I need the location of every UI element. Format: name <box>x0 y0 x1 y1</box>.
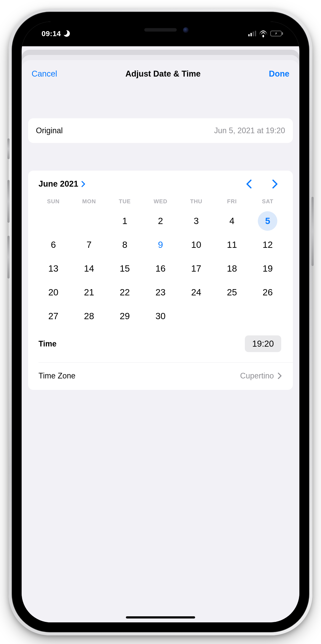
calendar-day[interactable]: 27 <box>48 304 58 328</box>
do-not-disturb-icon <box>64 30 70 37</box>
timezone-value: Cupertino <box>240 371 274 380</box>
weekday-header: MON <box>71 195 107 209</box>
calendar-day[interactable]: 4 <box>230 209 234 233</box>
calendar-day[interactable]: 7 <box>86 233 92 257</box>
calendar-day[interactable]: 13 <box>48 257 58 280</box>
original-label: Original <box>36 126 63 135</box>
time-value-button[interactable]: 19:20 <box>245 336 281 352</box>
chevron-right-icon <box>81 181 85 187</box>
page-title: Adjust Date & Time <box>126 69 201 78</box>
cancel-button[interactable]: Cancel <box>32 69 57 78</box>
weekday-header: THU <box>178 195 214 209</box>
calendar-grid: SUNMONTUEWEDTHUFRISAT..12345678910111213… <box>36 195 286 328</box>
calendar-day[interactable]: 15 <box>120 257 130 280</box>
calendar-day[interactable]: 23 <box>156 280 166 304</box>
next-month-button[interactable] <box>272 180 278 188</box>
month-picker[interactable]: June 2021 <box>38 179 85 188</box>
calendar-day[interactable]: 26 <box>262 280 273 304</box>
calendar-day[interactable]: 6 <box>51 233 56 257</box>
cellular-signal-icon <box>248 31 256 36</box>
home-indicator[interactable] <box>126 616 195 618</box>
calendar-day[interactable]: 20 <box>48 280 58 304</box>
weekday-header: TUE <box>107 195 142 209</box>
weekday-header: SAT <box>250 195 286 209</box>
calendar-day[interactable]: 9 <box>158 233 163 257</box>
calendar-day[interactable]: 30 <box>156 304 166 328</box>
calendar-day[interactable]: 17 <box>191 257 202 280</box>
wifi-icon <box>259 30 267 36</box>
calendar-day[interactable]: 1 <box>122 209 127 233</box>
weekday-header: WED <box>142 195 178 209</box>
datetime-card: June 2021 <box>28 170 293 390</box>
timezone-row[interactable]: Time Zone Cupertino <box>36 363 286 390</box>
calendar-day[interactable]: 25 <box>227 280 237 304</box>
battery-icon: ⚡︎ <box>270 31 283 36</box>
mute-switch[interactable] <box>7 138 10 159</box>
calendar-day[interactable]: 29 <box>120 304 130 328</box>
modal-sheet: Cancel Adjust Date & Time Done Original … <box>22 60 299 622</box>
prev-month-button[interactable] <box>246 180 252 188</box>
weekday-header: SUN <box>36 195 71 209</box>
calendar-day[interactable]: 16 <box>156 257 166 280</box>
calendar-day[interactable]: 19 <box>262 257 273 280</box>
calendar-day[interactable]: 2 <box>158 209 163 233</box>
status-time: 09:14 <box>42 30 61 38</box>
calendar-day[interactable]: 21 <box>84 280 94 304</box>
calendar-day[interactable]: 8 <box>122 233 127 257</box>
original-card: Original Jun 5, 2021 at 19:20 <box>28 118 293 143</box>
volume-up-button[interactable] <box>7 180 10 223</box>
nav-bar: Cancel Adjust Date & Time Done <box>22 60 299 86</box>
weekday-header: FRI <box>214 195 250 209</box>
calendar-day[interactable]: 11 <box>227 233 237 257</box>
calendar-day[interactable]: 24 <box>191 280 202 304</box>
calendar-day[interactable]: 18 <box>227 257 237 280</box>
volume-down-button[interactable] <box>7 236 10 278</box>
done-button[interactable]: Done <box>269 69 290 78</box>
device-frame: 09:14 ⚡︎ Cancel <box>9 9 312 635</box>
calendar-day[interactable]: 22 <box>120 280 130 304</box>
month-label: June 2021 <box>38 179 78 188</box>
power-button[interactable] <box>312 197 314 266</box>
calendar-day[interactable]: 3 <box>194 209 198 233</box>
timezone-label: Time Zone <box>38 371 76 380</box>
calendar-day[interactable]: 14 <box>84 257 94 280</box>
calendar-day[interactable]: 12 <box>262 233 273 257</box>
time-label: Time <box>38 339 56 348</box>
calendar-day[interactable]: 28 <box>84 304 94 328</box>
chevron-right-icon <box>278 372 282 379</box>
calendar-day[interactable]: 10 <box>191 233 202 257</box>
device-notch <box>104 22 217 38</box>
original-value: Jun 5, 2021 at 19:20 <box>214 126 285 135</box>
calendar-day-selected[interactable]: 5 <box>258 211 277 231</box>
